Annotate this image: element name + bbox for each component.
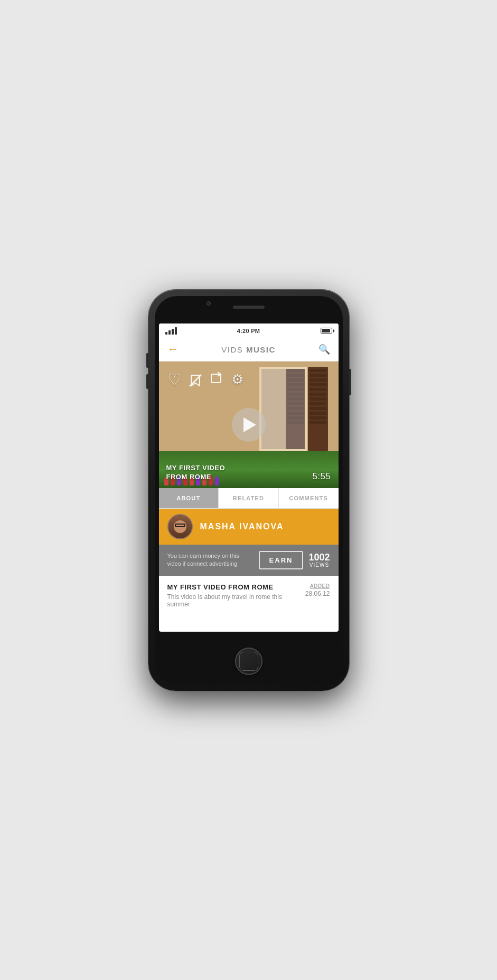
volume-down-button[interactable] (146, 374, 148, 389)
views-label: VIEWS (308, 562, 330, 568)
author-name: MASHA IVANOVA (200, 522, 284, 531)
battery-fill (322, 329, 330, 332)
status-time: 4:20 PM (237, 328, 260, 334)
signal-indicator (165, 327, 177, 335)
video-info: MY FIRST VIDEO FROM ROME This video is a… (159, 576, 339, 615)
play-icon (243, 417, 256, 432)
earn-row: You can earn money on this video if conn… (159, 545, 339, 576)
signal-bar-4 (175, 327, 177, 335)
info-header: MY FIRST VIDEO FROM ROME This video is a… (167, 583, 330, 608)
tab-related[interactable]: RELATED (219, 488, 279, 508)
battery-indicator (321, 328, 332, 334)
video-player[interactable]: ♡ ⚙ (159, 361, 339, 488)
earn-description: You can earn money on this video if conn… (167, 552, 254, 568)
signal-bar-3 (172, 329, 174, 335)
video-window (259, 367, 307, 451)
info-title-block: MY FIRST VIDEO FROM ROME This video is a… (167, 583, 305, 608)
app-header: ← VIDS MUSIC 🔍 (159, 338, 339, 361)
video-actions: ♡ ⚙ (167, 370, 243, 389)
camera-icon (207, 301, 211, 306)
home-button-icon (239, 652, 258, 671)
added-date: 28.06.12 (305, 590, 330, 597)
share-icon[interactable] (209, 370, 225, 389)
avatar-image (168, 515, 192, 538)
back-button[interactable]: ← (167, 344, 179, 355)
volume-up-button[interactable] (146, 353, 148, 368)
bookmark-icon[interactable] (188, 371, 203, 387)
views-count: 1002 (308, 553, 330, 562)
info-description: This video is about my travel in rome th… (167, 593, 305, 608)
added-label: ADDED (305, 583, 330, 589)
signal-bar-1 (165, 332, 167, 335)
home-button[interactable] (235, 648, 262, 675)
signal-bar-2 (168, 330, 171, 335)
avatar-glasses (175, 524, 185, 527)
app-title: VIDS MUSIC (221, 345, 276, 354)
tab-comments[interactable]: COMMENTS (279, 488, 339, 508)
shutter-right (308, 367, 328, 451)
status-bar: 4:20 PM (159, 324, 339, 338)
power-button[interactable] (349, 369, 351, 395)
video-title-bar: MY FIRST VIDEOFROM ROME 5:55 (159, 458, 339, 488)
app-title-light: VIDS (221, 345, 243, 354)
like-icon[interactable]: ♡ (167, 370, 182, 389)
author-bar: MASHA IVANOVA (159, 509, 339, 545)
video-title: MY FIRST VIDEOFROM ROME (166, 464, 226, 482)
app-title-bold: MUSIC (246, 345, 276, 354)
views-block: 1002 VIEWS (308, 553, 330, 568)
earn-button[interactable]: EARN (259, 551, 304, 569)
search-icon[interactable]: 🔍 (318, 344, 330, 355)
play-button[interactable] (232, 408, 266, 442)
app-screen: 4:20 PM ← VIDS MUSIC 🔍 (159, 324, 339, 632)
tab-about[interactable]: ABOUT (159, 488, 219, 508)
settings-icon[interactable]: ⚙ (231, 372, 243, 388)
added-block: ADDED 28.06.12 (305, 583, 330, 597)
video-duration: 5:55 (312, 471, 331, 482)
tabs-bar: ABOUT RELATED COMMENTS (159, 488, 339, 509)
avatar (167, 514, 193, 539)
phone-screen-area: 4:20 PM ← VIDS MUSIC 🔍 (155, 296, 343, 684)
info-video-title: MY FIRST VIDEO FROM ROME (167, 583, 305, 591)
phone-device: 4:20 PM ← VIDS MUSIC 🔍 (148, 290, 349, 691)
